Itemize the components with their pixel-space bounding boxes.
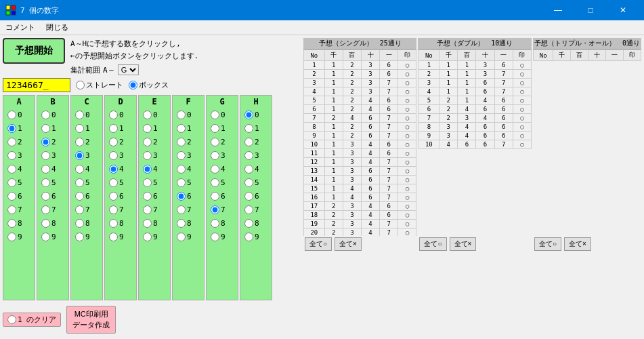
radio-colH-val7[interactable] <box>244 205 253 214</box>
radio-colE-val8[interactable] <box>143 219 152 228</box>
radio-colF-val8[interactable] <box>177 219 186 228</box>
table-cell[interactable]: ○ <box>398 96 416 105</box>
radio-colD-val7[interactable] <box>109 205 118 214</box>
table-cell[interactable]: ○ <box>398 184 416 193</box>
single-all-o-button[interactable]: 全て○ <box>305 237 332 251</box>
radio-colE-val4[interactable] <box>143 165 152 174</box>
table-cell[interactable]: ○ <box>513 70 531 79</box>
radio-colA-val6[interactable] <box>7 192 16 201</box>
table-cell[interactable]: ○ <box>398 123 416 132</box>
radio-colG-val1[interactable] <box>211 124 219 133</box>
radio-colG-val5[interactable] <box>211 178 219 187</box>
radio-colB-val4[interactable] <box>41 165 50 174</box>
minimize-button[interactable]: — <box>542 0 574 20</box>
radio-colH-val4[interactable] <box>244 165 253 174</box>
radio-colC-val6[interactable] <box>75 192 84 201</box>
radio-colG-val2[interactable] <box>211 138 219 146</box>
double-table-wrapper[interactable]: No千百十一印11136○21137○31167○41167○52146○624… <box>418 49 531 236</box>
box-label[interactable]: ボックス <box>129 80 169 90</box>
table-cell[interactable]: ○ <box>398 132 416 140</box>
table-cell[interactable]: ○ <box>398 79 416 87</box>
radio-colE-val7[interactable] <box>143 205 152 214</box>
table-cell[interactable]: ○ <box>398 70 416 79</box>
table-cell[interactable]: ○ <box>513 123 531 132</box>
radio-colB-val2[interactable] <box>41 138 50 146</box>
triple-all-x-button[interactable]: 全て× <box>564 237 591 251</box>
radio-colA-val1[interactable] <box>7 124 16 133</box>
maximize-button[interactable]: □ <box>575 0 606 20</box>
radio-colH-val6[interactable] <box>244 192 253 201</box>
radio-colC-val4[interactable] <box>75 165 84 174</box>
clear-radio[interactable] <box>7 315 16 324</box>
radio-colF-val9[interactable] <box>177 233 186 241</box>
range-select[interactable]: G A B C D E F G H <box>118 64 139 75</box>
radio-colC-val1[interactable] <box>75 124 84 133</box>
radio-colH-val1[interactable] <box>244 124 253 133</box>
radio-colC-val5[interactable] <box>75 178 84 187</box>
radio-colD-val2[interactable] <box>109 138 118 146</box>
table-cell[interactable]: ○ <box>398 211 416 220</box>
radio-colG-val6[interactable] <box>211 192 219 201</box>
radio-colG-val4[interactable] <box>211 165 219 174</box>
radio-colG-val7[interactable] <box>211 205 219 214</box>
mc-button[interactable]: MC印刷用 データ作成 <box>66 306 116 334</box>
table-cell[interactable]: ○ <box>513 87 531 96</box>
table-cell[interactable]: ○ <box>398 61 416 70</box>
radio-colF-val7[interactable] <box>177 205 186 214</box>
radio-colE-val5[interactable] <box>143 178 152 187</box>
radio-colA-val5[interactable] <box>7 178 16 187</box>
radio-colB-val8[interactable] <box>41 219 50 228</box>
radio-colE-val9[interactable] <box>143 233 152 241</box>
table-cell[interactable]: ○ <box>513 96 531 105</box>
table-cell[interactable]: ○ <box>398 167 416 176</box>
table-cell[interactable]: ○ <box>398 140 416 149</box>
table-cell[interactable]: ○ <box>398 114 416 123</box>
radio-colF-val3[interactable] <box>177 151 186 160</box>
radio-colH-val2[interactable] <box>244 138 253 146</box>
number-input[interactable] <box>3 78 70 92</box>
radio-colB-val9[interactable] <box>41 233 50 241</box>
radio-colB-val1[interactable] <box>41 124 50 133</box>
radio-colA-val3[interactable] <box>7 151 16 160</box>
table-cell[interactable]: ○ <box>513 132 531 140</box>
radio-colB-val7[interactable] <box>41 205 50 214</box>
start-button[interactable]: 予想開始 <box>3 38 65 64</box>
radio-colF-val2[interactable] <box>177 138 186 146</box>
radio-colH-val3[interactable] <box>244 151 253 160</box>
radio-colH-val9[interactable] <box>244 233 253 241</box>
radio-colA-val4[interactable] <box>7 165 16 174</box>
radio-colB-val0[interactable] <box>41 111 50 119</box>
radio-colD-val5[interactable] <box>109 178 118 187</box>
clear-radio-label[interactable]: 1 のクリア <box>3 313 61 327</box>
table-cell[interactable]: ○ <box>513 114 531 123</box>
single-all-x-button[interactable]: 全て× <box>335 237 362 251</box>
table-cell[interactable]: ○ <box>398 176 416 184</box>
radio-colD-val8[interactable] <box>109 219 118 228</box>
table-cell[interactable]: ○ <box>398 87 416 96</box>
radio-colH-val8[interactable] <box>244 219 253 228</box>
radio-colD-val4[interactable] <box>109 165 118 174</box>
radio-colF-val4[interactable] <box>177 165 186 174</box>
radio-colD-val3[interactable] <box>109 151 118 160</box>
radio-colB-val6[interactable] <box>41 192 50 201</box>
radio-colG-val9[interactable] <box>211 233 219 241</box>
close-button[interactable]: ✕ <box>607 0 639 20</box>
table-cell[interactable]: ○ <box>398 228 416 237</box>
menu-close[interactable]: 閉じる <box>43 22 71 33</box>
table-cell[interactable]: ○ <box>513 105 531 114</box>
radio-colE-val2[interactable] <box>143 138 152 146</box>
table-cell[interactable]: ○ <box>398 149 416 158</box>
radio-colD-val6[interactable] <box>109 192 118 201</box>
radio-colA-val9[interactable] <box>7 233 16 241</box>
triple-table-wrapper[interactable]: No千百十一印 <box>533 49 641 236</box>
table-cell[interactable]: ○ <box>398 105 416 114</box>
table-cell[interactable]: ○ <box>513 79 531 87</box>
straight-label[interactable]: ストレート <box>76 80 123 90</box>
radio-colD-val0[interactable] <box>109 111 118 119</box>
radio-colF-val6[interactable] <box>177 192 186 201</box>
straight-radio[interactable] <box>76 81 85 89</box>
radio-colB-val3[interactable] <box>41 151 50 160</box>
radio-colC-val3[interactable] <box>75 151 84 160</box>
table-cell[interactable]: ○ <box>398 202 416 211</box>
radio-colE-val3[interactable] <box>143 151 152 160</box>
